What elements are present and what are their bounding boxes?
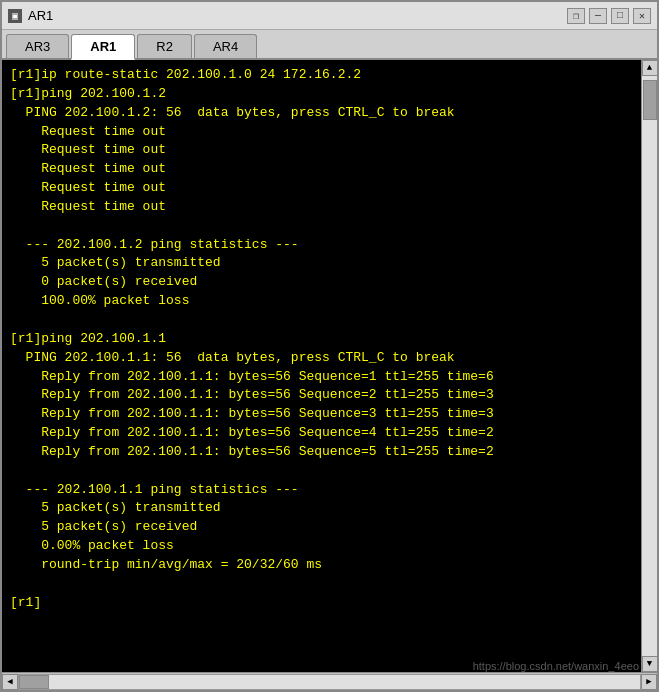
terminal-output[interactable]: [r1]ip route-static 202.100.1.0 24 172.1… [2, 60, 641, 672]
tab-r2[interactable]: R2 [137, 34, 192, 58]
tab-ar3[interactable]: AR3 [6, 34, 69, 58]
minimize-button[interactable]: — [589, 8, 607, 24]
scroll-thumb-vertical[interactable] [643, 80, 657, 120]
terminal-container: [r1]ip route-static 202.100.1.0 24 172.1… [2, 60, 657, 690]
title-bar: ▣ AR1 ❐ — □ ✕ [2, 2, 657, 30]
scroll-track-horizontal[interactable] [18, 674, 641, 690]
main-window: ▣ AR1 ❐ — □ ✕ AR3 AR1 R2 AR4 [r1]ip rout… [0, 0, 659, 692]
vertical-scrollbar: ▲ ▼ [641, 60, 657, 672]
window-title: AR1 [28, 8, 53, 23]
scroll-up-button[interactable]: ▲ [642, 60, 658, 76]
scroll-thumb-horizontal[interactable] [19, 675, 49, 689]
tab-ar4[interactable]: AR4 [194, 34, 257, 58]
title-bar-controls: ❐ — □ ✕ [567, 8, 651, 24]
terminal-wrapper: [r1]ip route-static 202.100.1.0 24 172.1… [2, 60, 657, 672]
title-bar-left: ▣ AR1 [8, 8, 53, 23]
scroll-left-button[interactable]: ◀ [2, 674, 18, 690]
scroll-right-button[interactable]: ▶ [641, 674, 657, 690]
tab-ar1[interactable]: AR1 [71, 34, 135, 60]
bottom-bar: ◀ ▶ [2, 672, 657, 690]
tab-bar: AR3 AR1 R2 AR4 [2, 30, 657, 60]
scroll-down-button[interactable]: ▼ [642, 656, 658, 672]
app-icon: ▣ [8, 9, 22, 23]
maximize-button[interactable]: □ [611, 8, 629, 24]
close-button[interactable]: ✕ [633, 8, 651, 24]
restore-button[interactable]: ❐ [567, 8, 585, 24]
scroll-track-vertical[interactable] [642, 76, 657, 656]
